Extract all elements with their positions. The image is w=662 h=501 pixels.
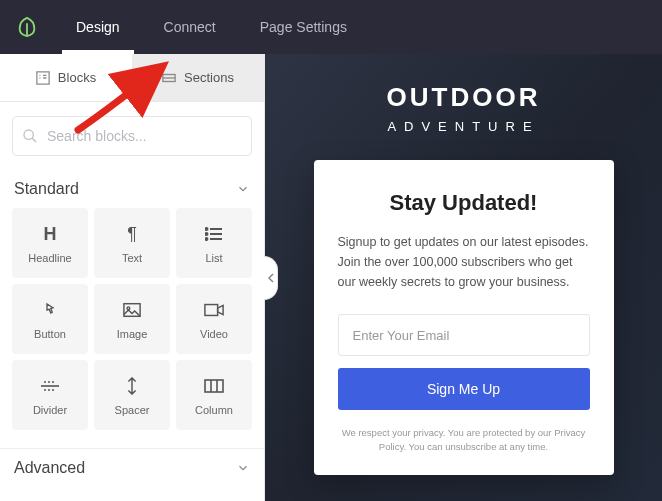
group-standard-header[interactable]: Standard	[0, 170, 264, 208]
svg-rect-9	[205, 380, 223, 392]
collapse-sidebar-handle[interactable]	[264, 256, 278, 300]
sidebar: Blocks Sections Standard H Headline ¶	[0, 54, 265, 501]
divider-icon	[40, 374, 60, 398]
card-body: Signup to get updates on our latest epis…	[338, 232, 590, 292]
video-icon	[204, 298, 224, 322]
svg-rect-8	[205, 305, 218, 316]
group-standard-title: Standard	[14, 180, 79, 198]
block-video[interactable]: Video	[176, 284, 252, 354]
block-divider[interactable]: Divider	[12, 360, 88, 430]
tab-sections-label: Sections	[184, 70, 234, 85]
svg-point-5	[206, 238, 208, 240]
chevron-left-icon	[267, 273, 275, 283]
search-input[interactable]	[12, 116, 252, 156]
svg-point-2	[24, 130, 33, 139]
block-button[interactable]: Button	[12, 284, 88, 354]
list-icon	[205, 222, 223, 246]
main: Blocks Sections Standard H Headline ¶	[0, 54, 662, 501]
top-bar: Design Connect Page Settings	[0, 0, 662, 54]
search-icon	[22, 128, 38, 144]
privacy-disclaimer: We respect your privacy. You are protect…	[338, 426, 590, 455]
search-wrap	[0, 102, 264, 170]
image-icon	[123, 298, 141, 322]
tab-sections[interactable]: Sections	[132, 54, 264, 101]
sidebar-tabs: Blocks Sections	[0, 54, 264, 102]
block-list[interactable]: List	[176, 208, 252, 278]
nav-page-settings[interactable]: Page Settings	[238, 0, 369, 54]
preview-canvas[interactable]: OUTDOOR ADVENTURE Stay Updated! Signup t…	[265, 54, 662, 501]
block-headline[interactable]: H Headline	[12, 208, 88, 278]
blocks-grid: H Headline ¶ Text List Button Image Vi	[0, 208, 264, 442]
email-field[interactable]	[338, 314, 590, 356]
block-text[interactable]: ¶ Text	[94, 208, 170, 278]
column-icon	[204, 374, 224, 398]
nav-design[interactable]: Design	[54, 0, 142, 54]
top-nav: Design Connect Page Settings	[54, 0, 369, 54]
card-heading: Stay Updated!	[338, 190, 590, 216]
button-icon	[41, 298, 59, 322]
brand-main: OUTDOOR	[387, 82, 541, 113]
block-spacer[interactable]: Spacer	[94, 360, 170, 430]
signup-button[interactable]: Sign Me Up	[338, 368, 590, 410]
group-advanced-title: Advanced	[14, 459, 85, 477]
group-advanced-header[interactable]: Advanced	[0, 449, 264, 487]
sections-icon	[162, 71, 176, 85]
nav-connect[interactable]: Connect	[142, 0, 238, 54]
tab-blocks-label: Blocks	[58, 70, 96, 85]
blocks-icon	[36, 71, 50, 85]
text-icon: ¶	[127, 222, 137, 246]
app-logo[interactable]	[0, 0, 54, 54]
spacer-icon	[125, 374, 139, 398]
svg-point-3	[206, 228, 208, 230]
block-image[interactable]: Image	[94, 284, 170, 354]
brand-sub: ADVENTURE	[387, 119, 541, 134]
signup-card[interactable]: Stay Updated! Signup to get updates on o…	[314, 160, 614, 475]
headline-icon: H	[44, 222, 57, 246]
chevron-down-icon	[236, 461, 250, 475]
block-column[interactable]: Column	[176, 360, 252, 430]
brand: OUTDOOR ADVENTURE	[387, 82, 541, 134]
chevron-down-icon	[236, 182, 250, 196]
leaf-icon	[16, 16, 38, 38]
tab-blocks[interactable]: Blocks	[0, 54, 132, 101]
svg-point-4	[206, 233, 208, 235]
